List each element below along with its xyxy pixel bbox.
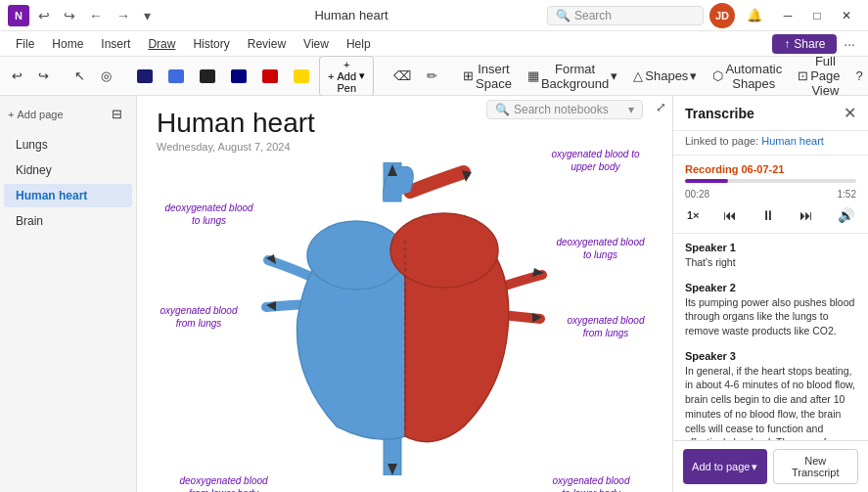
label-deoxy-lungs-top: deoxygenated bloodto lungs bbox=[165, 201, 253, 227]
search-icon: 🔍 bbox=[556, 9, 571, 22]
menu-home[interactable]: Home bbox=[44, 35, 91, 53]
speed-button[interactable]: 1× bbox=[685, 207, 702, 223]
add-pen-button[interactable]: + + Add Pen ▾ bbox=[319, 56, 374, 97]
title-bar: N ↩ ↪ ← → ▾ Human heart 🔍 Search JD 🔔 ─ … bbox=[0, 0, 868, 31]
expand-button[interactable]: ⤢ bbox=[656, 100, 666, 114]
heart-svg bbox=[239, 162, 571, 475]
close-transcribe-button[interactable]: ✕ bbox=[844, 104, 856, 122]
speaker-1-text: That's right bbox=[685, 255, 856, 270]
share-icon: ↑ bbox=[784, 37, 790, 51]
sidebar-item-brain[interactable]: Brain bbox=[4, 209, 132, 233]
time-display: 00:28 1:52 bbox=[685, 189, 856, 200]
speaker-block-3: Speaker 3 In general, if the heart stops… bbox=[685, 350, 856, 440]
minimize-button[interactable]: ─ bbox=[774, 5, 801, 26]
format-bg-label: Format Background bbox=[541, 62, 609, 91]
menu-insert[interactable]: Insert bbox=[93, 35, 138, 53]
highlight-button[interactable]: ✏ bbox=[421, 66, 443, 86]
menu-review[interactable]: Review bbox=[240, 35, 294, 53]
sidebar-item-kidney[interactable]: Kidney bbox=[4, 158, 132, 182]
add-to-page-label: Add to page bbox=[692, 461, 750, 472]
toolbar-help-button[interactable]: ? bbox=[850, 66, 868, 86]
close-button[interactable]: ✕ bbox=[833, 5, 860, 26]
full-page-view-button[interactable]: ⊡ Full Page View bbox=[792, 51, 845, 101]
transcribe-title: Transcribe bbox=[685, 106, 754, 121]
svg-point-3 bbox=[390, 213, 498, 288]
bell-icon-button[interactable]: 🔔 bbox=[741, 5, 768, 25]
maximize-button[interactable]: □ bbox=[803, 5, 831, 26]
forward-button[interactable]: → bbox=[112, 6, 135, 25]
format-bg-button[interactable]: ▦ Format Background ▾ bbox=[522, 59, 623, 94]
back-button[interactable]: ← bbox=[84, 6, 108, 25]
search-notebooks-box[interactable]: 🔍 Search notebooks ▾ bbox=[486, 100, 643, 119]
recording-label: Recording 06-07-21 bbox=[685, 163, 856, 175]
menu-file[interactable]: File bbox=[8, 35, 42, 53]
shapes-button[interactable]: △ Shapes ▾ bbox=[627, 66, 703, 86]
insert-space-button[interactable]: ⊞ Insert Space bbox=[457, 59, 518, 94]
redo-button[interactable]: ↪ bbox=[59, 6, 80, 25]
lasso-tool-button[interactable]: ◎ bbox=[95, 66, 117, 86]
heart-diagram-container: oxygenated blood toupper body deoxygenat… bbox=[137, 164, 672, 492]
menu-history[interactable]: History bbox=[185, 35, 237, 53]
volume-button[interactable]: 🔊 bbox=[836, 205, 856, 225]
undo-button[interactable]: ↩ bbox=[33, 6, 55, 25]
add-to-page-button[interactable]: Add to page ▾ bbox=[683, 449, 767, 484]
auto-shapes-label: Automatic Shapes bbox=[725, 62, 782, 91]
pen-1-button[interactable] bbox=[131, 67, 159, 86]
linked-label: Linked to page: bbox=[685, 135, 758, 147]
toolbar-redo-button[interactable]: ↪ bbox=[32, 66, 55, 86]
sidebar-item-human-heart[interactable]: Human heart bbox=[4, 184, 132, 207]
eraser-button[interactable]: ⌫ bbox=[388, 66, 417, 86]
add-to-page-chevron: ▾ bbox=[752, 461, 757, 473]
eraser-icon: ⌫ bbox=[393, 68, 411, 83]
transcript-scroll[interactable]: Speaker 1 That's right Speaker 2 Its pum… bbox=[673, 234, 868, 440]
sidebar-item-human-heart-label: Human heart bbox=[16, 189, 87, 202]
heart-svg-wrapper: oxygenated blood toupper body deoxygenat… bbox=[160, 143, 650, 493]
toolbar-right: ⊡ Full Page View ? ··· bbox=[792, 51, 868, 101]
progress-bar bbox=[685, 179, 856, 183]
title-search-box[interactable]: 🔍 Search bbox=[547, 6, 704, 25]
playback-controls: 1× ⏮ ⏸ ⏭ 🔊 bbox=[685, 205, 856, 225]
auto-shapes-button[interactable]: ⬡ Automatic Shapes bbox=[707, 59, 788, 94]
highlight-icon: ✏ bbox=[427, 68, 437, 83]
format-bg-chevron: ▾ bbox=[611, 68, 617, 83]
sidebar-collapse-button[interactable]: ⊟ bbox=[106, 104, 128, 124]
add-page-label: Add page bbox=[17, 109, 63, 120]
pen-2-button[interactable] bbox=[162, 67, 190, 86]
label-deoxy-to-lungs-right: deoxygenated bloodto lungs bbox=[556, 236, 644, 261]
sidebar-item-brain-label: Brain bbox=[16, 214, 43, 228]
search-notebooks-placeholder: Search notebooks bbox=[514, 103, 609, 116]
sidebar-item-lungs[interactable]: Lungs bbox=[4, 133, 132, 157]
menu-view[interactable]: View bbox=[296, 35, 337, 53]
main-area: + Add page ⊟ Lungs Kidney Human heart Br… bbox=[0, 96, 868, 492]
dropdown-button[interactable]: ▾ bbox=[139, 6, 156, 25]
speaker-3-name: Speaker 3 bbox=[685, 350, 856, 362]
search-notebooks-icon: 🔍 bbox=[495, 103, 510, 116]
menu-draw[interactable]: Draw bbox=[140, 35, 183, 53]
sidebar-item-kidney-label: Kidney bbox=[16, 163, 52, 177]
menu-help[interactable]: Help bbox=[339, 35, 379, 53]
new-transcript-button[interactable]: New Transcript bbox=[773, 449, 859, 484]
pen-3-button[interactable] bbox=[194, 67, 221, 86]
pen-4-button[interactable] bbox=[225, 67, 252, 86]
add-page-button[interactable]: + Add page bbox=[8, 109, 64, 120]
pen-5-button[interactable] bbox=[256, 67, 284, 86]
search-notebooks-chevron: ▾ bbox=[628, 103, 634, 116]
skip-back-button[interactable]: ⏮ bbox=[721, 205, 739, 225]
select-tool-button[interactable]: ↖ bbox=[69, 66, 91, 86]
full-page-icon: ⊡ bbox=[798, 68, 808, 83]
onenote-logo: N bbox=[8, 5, 29, 26]
shapes-chevron: ▾ bbox=[690, 68, 697, 83]
add-pen-chevron: ▾ bbox=[359, 69, 365, 82]
add-page-icon: + bbox=[8, 109, 14, 120]
label-oxy-lower: oxygenated bloodto lower body bbox=[553, 474, 630, 493]
speaker-1-name: Speaker 1 bbox=[685, 242, 856, 253]
pen-6-button[interactable] bbox=[288, 67, 315, 86]
user-avatar[interactable]: JD bbox=[709, 3, 735, 28]
recording-section: Recording 06-07-21 00:28 1:52 1× ⏮ ⏸ ⏭ 🔊 bbox=[673, 156, 868, 234]
skip-forward-button[interactable]: ⏭ bbox=[798, 205, 815, 225]
linked-page-link[interactable]: Human heart bbox=[761, 135, 824, 147]
pause-button[interactable]: ⏸ bbox=[759, 205, 777, 225]
shapes-label: Shapes bbox=[645, 68, 688, 83]
insert-space-label: Insert Space bbox=[476, 62, 512, 91]
toolbar-undo-button[interactable]: ↩ bbox=[6, 66, 28, 86]
